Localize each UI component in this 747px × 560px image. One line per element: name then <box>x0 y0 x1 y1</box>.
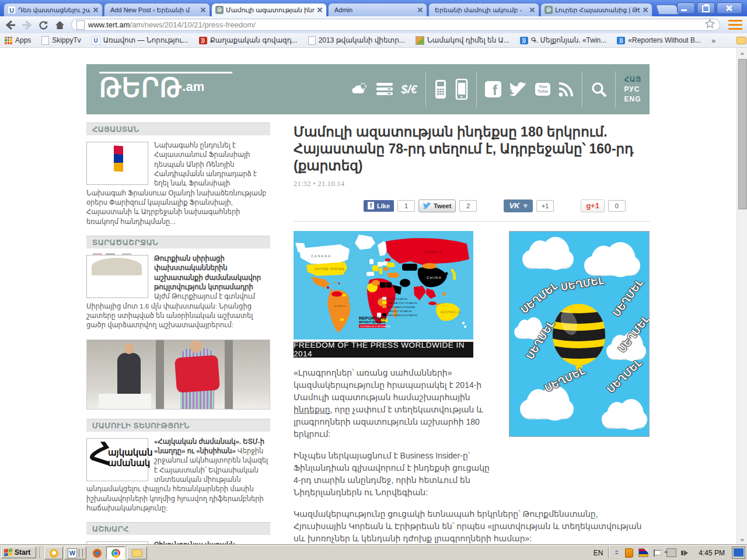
browser-tab[interactable]: Admin <box>328 3 427 16</box>
rss-icon[interactable] <box>558 82 574 97</box>
article-title-link[interactable]: Թուրքիան սիրիացի փախստականներին աշխատանք… <box>154 255 261 290</box>
dictionary-tray-icon[interactable] <box>625 548 633 558</box>
tab-close-icon[interactable] <box>643 7 648 13</box>
currency-icon[interactable]: $/€ <box>401 83 417 96</box>
tab-close-icon[interactable] <box>417 7 423 13</box>
browser-tab[interactable]: U Դեռ վաստացնելու շատ տե <box>4 3 103 16</box>
quicklaunch-firefox-button[interactable] <box>89 547 105 559</box>
article-thumbnail[interactable] <box>86 255 148 298</box>
bookmark-item[interactable]: SkippyTv <box>41 36 81 45</box>
bookmark-star-icon[interactable] <box>705 19 715 31</box>
google-plus-one-button[interactable]: g+1 <box>581 200 605 212</box>
browser-tab[interactable]: Թ Լուրեր Հայաստանից | Թեր <box>540 3 652 16</box>
quicklaunch-chrome-button[interactable] <box>106 547 125 559</box>
windows-taskbar: Start W EN 4:45 PM <box>0 545 747 560</box>
bookmark-apps[interactable]: Apps <box>5 36 31 44</box>
volume-tray-icon[interactable] <box>684 550 691 556</box>
flag-tray-icon[interactable] <box>654 550 661 556</box>
youtube-icon[interactable]: YouTube <box>535 83 551 96</box>
twitter-bird-icon <box>423 202 431 209</box>
scrollbar-thumb[interactable] <box>738 59 747 209</box>
tab-title: Admin <box>334 6 415 13</box>
address-bar[interactable]: www.tert.am /am/news/2014/10/21/press-fr… <box>71 19 720 31</box>
quicklaunch-mail-button[interactable] <box>44 547 63 559</box>
network-tray-icon[interactable] <box>666 548 676 557</box>
scrollbar-up-arrow[interactable] <box>738 49 746 57</box>
index-link[interactable]: ինդեքսը <box>294 405 330 414</box>
page-icon <box>76 20 85 30</box>
bookmark-item[interactable]: ))Քաղաքական գովազդ... <box>199 36 298 44</box>
language-indicator[interactable]: EN <box>594 549 603 557</box>
press-freedom-map[interactable]: CANADA UNITED STATES RUSSIA CHINA AUSTRA… <box>294 231 473 358</box>
tab-close-icon[interactable] <box>93 7 99 13</box>
bookmark-item[interactable]: ))Գ. Մելքոնյան. «Twin... <box>520 36 607 44</box>
vk-icon: VK <box>509 201 519 210</box>
bookmark-item[interactable]: ))«Reporters Without B... <box>617 36 701 44</box>
svg-text:f: f <box>493 82 498 97</box>
divider <box>608 547 609 558</box>
bookmark-item[interactable]: UԱռավոտ — Նորությու... <box>92 36 189 45</box>
divider <box>40 547 40 558</box>
lang-eng[interactable]: ENG <box>624 95 641 103</box>
browser-tab[interactable]: Add New Post ‹ Երեանի մ <box>104 3 210 16</box>
article-main: Մամուլի ազատության ինդեքսը 180 երկրում. … <box>294 123 650 545</box>
facebook-like-button[interactable]: fLike <box>364 200 394 212</box>
tab-title: Երեանի մամուլի ակումբ - <box>435 6 527 14</box>
new-tab-button[interactable] <box>655 5 680 15</box>
lang-rus[interactable]: РУС <box>624 85 641 93</box>
article-thumbnail[interactable] <box>86 142 148 185</box>
facebook-icon[interactable]: f <box>485 81 501 97</box>
svg-text:BRAZIL: BRAZIL <box>334 304 347 307</box>
browser-titlebar: U Դեռ վաստացնելու շատ տե Add New Post ‹ … <box>0 0 747 17</box>
clock-app-icon <box>50 549 58 558</box>
exchange-rates-icon[interactable] <box>376 83 393 96</box>
site-logo[interactable]: ԹԵՐԹ.am <box>99 72 232 101</box>
smartphone-icon[interactable] <box>455 79 468 100</box>
back-button[interactable] <box>4 18 18 32</box>
forward-button[interactable] <box>20 18 34 32</box>
quicklaunch-explorer-button[interactable] <box>127 547 147 559</box>
vk-share-button[interactable]: VK♥ <box>504 200 533 212</box>
apps-grid-icon <box>5 37 12 44</box>
article-datetime: 21:32 • 21.10.14 <box>294 180 650 188</box>
window-minimize-button[interactable] <box>677 2 695 14</box>
reload-button[interactable] <box>36 18 50 32</box>
window-close-button[interactable] <box>717 2 742 14</box>
bookmarks-overflow-button[interactable]: » <box>711 36 715 45</box>
tweet-button[interactable]: Tweet <box>418 200 456 212</box>
article-title: Մամուլի ազատության ինդեքսը 180 երկրում. … <box>294 124 650 175</box>
bookmarks-bar: Apps SkippyTv UԱռավոտ — Նորությու... ))Ք… <box>0 33 747 48</box>
bookmark-item[interactable]: Նամակով դիմել են Ա... <box>416 36 509 45</box>
sidebar-ad-banner[interactable] <box>86 340 270 410</box>
display-tray-icon[interactable] <box>732 547 745 558</box>
scrollbar[interactable] <box>736 48 747 545</box>
scrollbar-down-arrow[interactable] <box>738 536 746 544</box>
beeline-balloon-ad[interactable]: ՍԵՂՄԵԼ ՍԵՂՄԵԼ ՍԵՂՄԵԼ ՍԵՂՄԵԼ ՍԵՂՄԵԼ ՍԵՂՄԵ… <box>509 231 650 437</box>
lang-hay[interactable]: ՀԱՅ <box>624 75 641 83</box>
browser-tab-active[interactable]: Թ Մամուլի ազատության ինդ <box>211 3 327 16</box>
start-button[interactable]: Start <box>1 547 36 558</box>
click-label: ՍԵՂՄԵԼ <box>611 276 645 318</box>
hide-icons-chevron[interactable] <box>614 550 620 556</box>
home-button[interactable] <box>53 18 67 32</box>
other-bookmarks-button[interactable]: Other bookmarks <box>736 36 747 44</box>
weather-icon[interactable] <box>351 82 368 97</box>
sidebar-section-press-review: ՄԱՄՈՒԼԻ ՏԵՍՈՒԹՅՈՒՆ Հ այկական ամանակ «Հայ… <box>86 419 270 513</box>
search-icon[interactable] <box>591 81 607 97</box>
quicklaunch-word-button[interactable]: W <box>64 547 86 559</box>
svg-text:SATISFACTORY SITUATION: SATISFACTORY SITUATION <box>388 302 417 304</box>
window-restore-button[interactable] <box>697 2 715 14</box>
browser-menu-icon[interactable] <box>728 20 742 30</box>
twitter-icon[interactable] <box>509 82 527 97</box>
mobile-phone-icon[interactable] <box>434 79 447 99</box>
browser-tab[interactable]: Երեանի մամուլի ակումբ - <box>428 3 539 16</box>
article-thumbnail[interactable]: Հ այկական ամանակ <box>86 438 148 481</box>
tab-close-icon[interactable] <box>317 7 323 13</box>
bookmark-item[interactable]: 2013 թվականի վիետր... <box>308 36 405 45</box>
tab-close-icon[interactable] <box>529 7 535 13</box>
svg-text:NOTICEABLE PROBLEMS: NOTICEABLE PROBLEMS <box>388 306 416 308</box>
tab-close-icon[interactable] <box>200 7 206 13</box>
social-share-row: fLike 1 Tweet 2 VK♥ +1 g+1 0 <box>364 199 650 213</box>
clock[interactable]: 4:45 PM <box>699 549 725 557</box>
armenian-flag-tray-icon[interactable] <box>638 548 648 557</box>
